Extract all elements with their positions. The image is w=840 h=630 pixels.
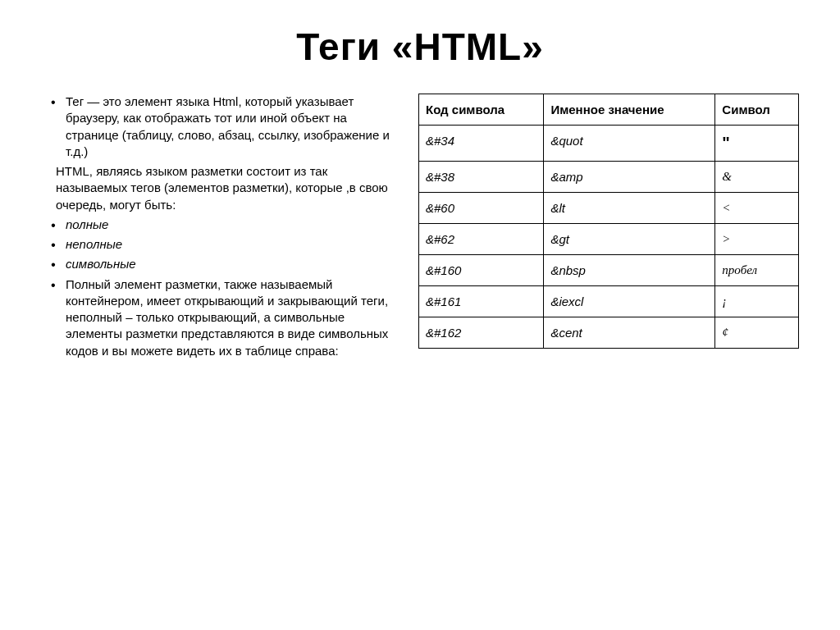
cell-name: &iexcl: [544, 286, 715, 317]
right-column: Код символа Именное значение Символ &#34…: [418, 94, 799, 363]
table-header-row: Код символа Именное значение Символ: [419, 94, 799, 126]
cell-name: &nbsp: [544, 255, 715, 286]
cell-name: &cent: [544, 317, 715, 349]
table-row: &#60 &lt <: [419, 193, 799, 224]
content-columns: Тег — это элемент языка Html, который ук…: [41, 94, 799, 363]
bullet-symbolic: символьные: [41, 256, 402, 272]
cell-name: &amp: [544, 162, 715, 193]
cell-symbol: >: [715, 224, 799, 255]
cell-name: &quot: [544, 126, 715, 162]
cell-code: &#62: [419, 224, 544, 255]
cell-symbol: &: [715, 162, 799, 193]
th-symbol: Символ: [715, 94, 799, 126]
left-column: Тег — это элемент языка Html, который ук…: [41, 94, 402, 363]
table-row: &#38 &amp &: [419, 162, 799, 193]
cell-name: &gt: [544, 224, 715, 255]
table-row: &#62 &gt >: [419, 224, 799, 255]
th-code: Код символа: [419, 94, 544, 126]
th-name: Именное значение: [544, 94, 715, 126]
table-row: &#160 &nbsp пробел: [419, 255, 799, 286]
cell-code: &#38: [419, 162, 544, 193]
cell-symbol: ": [715, 126, 799, 162]
table-row: &#161 &iexcl ¡: [419, 286, 799, 317]
cell-symbol: ¢: [715, 317, 799, 349]
slide-title: Теги «HTML»: [41, 25, 799, 69]
cell-symbol: ¡: [715, 286, 799, 317]
table-row: &#162 &cent ¢: [419, 317, 799, 349]
cell-symbol: <: [715, 193, 799, 224]
cell-code: &#161: [419, 286, 544, 317]
bullet-full: полные: [41, 217, 402, 233]
cell-symbol: пробел: [715, 255, 799, 286]
cell-code: &#162: [419, 317, 544, 349]
paragraph-structure: HTML, являясь языком разметки состоит из…: [41, 163, 402, 213]
paragraph-definition: Тег — это элемент языка Html, который ук…: [41, 94, 402, 160]
cell-name: &lt: [544, 193, 715, 224]
table-row: &#34 &quot ": [419, 126, 799, 162]
cell-code: &#160: [419, 255, 544, 286]
cell-code: &#60: [419, 193, 544, 224]
paragraph-explanation: Полный элемент разметки, также называемы…: [41, 276, 402, 359]
symbol-table: Код символа Именное значение Символ &#34…: [418, 94, 799, 349]
cell-code: &#34: [419, 126, 544, 162]
bullet-partial: неполные: [41, 236, 402, 253]
